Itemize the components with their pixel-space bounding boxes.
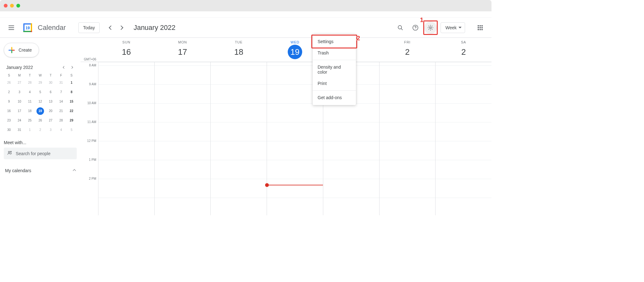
prev-period-button[interactable] (106, 23, 116, 33)
mini-day[interactable]: 3 (47, 126, 54, 134)
mini-day[interactable]: 19 (36, 107, 44, 115)
period-nav (106, 23, 126, 33)
mini-day[interactable]: 3 (16, 88, 23, 96)
chevron-right-icon (119, 25, 123, 30)
settings-button[interactable] (424, 21, 437, 34)
mini-day[interactable]: 29 (68, 117, 75, 124)
day-header[interactable]: SUN16 (98, 39, 154, 62)
day-header-dow: FRI (380, 40, 436, 44)
mini-day[interactable]: 31 (57, 79, 65, 87)
day-column[interactable] (435, 62, 491, 215)
mini-day[interactable]: 26 (36, 117, 44, 124)
help-button[interactable] (409, 21, 422, 34)
chevron-up-icon (73, 169, 76, 172)
mini-day[interactable]: 30 (5, 126, 13, 134)
settings-menu-item[interactable]: Trash (313, 47, 356, 59)
window-zoom-dot[interactable] (16, 4, 20, 8)
day-header[interactable]: SA2 (435, 39, 491, 62)
macos-title-bar (0, 0, 491, 11)
mini-day[interactable]: 20 (47, 107, 54, 115)
mini-day[interactable]: 28 (26, 79, 34, 87)
day-column[interactable] (210, 62, 267, 215)
grid-body[interactable]: 8 AM9 AM10 AM11 AM12 PM1 PM2 PM (80, 62, 491, 215)
day-header-num[interactable]: 19 (288, 45, 302, 59)
mini-day[interactable]: 17 (16, 107, 23, 115)
mini-day[interactable]: 31 (16, 126, 23, 134)
mini-prev-month-button[interactable] (60, 64, 68, 71)
settings-menu-item[interactable]: Print (313, 78, 356, 89)
google-apps-button[interactable] (474, 21, 486, 34)
day-header[interactable]: TUE18 (210, 39, 267, 62)
mini-day[interactable]: 25 (26, 117, 34, 124)
mini-day[interactable]: 5 (68, 126, 75, 134)
today-button[interactable]: Today (78, 22, 99, 33)
day-header[interactable]: FRI2 (379, 39, 436, 62)
create-button[interactable]: Create (4, 43, 39, 57)
day-header[interactable]: MON17 (154, 39, 211, 62)
day-column[interactable] (154, 62, 211, 215)
sidebar: Create January 2022 SMTWTFS2627282930311… (0, 38, 80, 215)
timezone-label: GMT+06 (80, 39, 98, 62)
mini-day[interactable]: 16 (5, 107, 13, 115)
help-icon (412, 24, 419, 31)
day-header-num[interactable]: 18 (231, 45, 246, 59)
mini-day[interactable]: 27 (47, 117, 54, 124)
people-search-input[interactable]: Search for people (4, 148, 77, 159)
mini-day[interactable]: 4 (26, 88, 34, 96)
mini-day[interactable]: 26 (5, 79, 13, 87)
mini-dow: F (56, 74, 66, 77)
mini-day[interactable]: 10 (16, 98, 23, 105)
mini-calendar[interactable]: SMTWTFS262728293031123456789101112131415… (4, 72, 77, 138)
mini-day[interactable]: 7 (57, 88, 65, 96)
mini-day[interactable]: 2 (5, 88, 13, 96)
svg-rect-2 (23, 31, 32, 32)
mini-day[interactable]: 1 (26, 126, 34, 134)
mini-day[interactable]: 5 (36, 88, 44, 96)
day-header-num[interactable]: 2 (400, 45, 414, 59)
mini-next-month-button[interactable] (68, 64, 75, 71)
main-menu-button[interactable] (5, 21, 18, 34)
chevron-left-icon (109, 25, 113, 30)
mini-day[interactable]: 22 (68, 107, 75, 115)
mini-day[interactable]: 12 (36, 98, 44, 105)
view-switcher[interactable]: Week (441, 22, 465, 33)
mini-day[interactable]: 14 (57, 98, 65, 105)
svg-point-11 (8, 151, 10, 153)
mini-day[interactable]: 27 (16, 79, 23, 87)
day-header-dow: MON (155, 40, 211, 44)
settings-menu-item[interactable]: Settings (313, 36, 356, 47)
mini-day[interactable]: 8 (68, 88, 75, 96)
day-column[interactable] (98, 62, 154, 215)
mini-day[interactable]: 24 (16, 117, 23, 124)
next-period-button[interactable] (116, 23, 126, 33)
mini-day[interactable]: 9 (5, 98, 13, 105)
mini-day[interactable]: 2 (36, 126, 44, 134)
mini-day[interactable]: 23 (5, 117, 13, 124)
window-minimize-dot[interactable] (10, 4, 14, 8)
settings-menu-item[interactable]: Get add-ons (313, 92, 356, 103)
window-close-dot[interactable] (4, 4, 8, 8)
mini-day[interactable]: 15 (68, 98, 75, 105)
chevron-left-icon (63, 66, 65, 69)
settings-menu-item[interactable]: Density and color (313, 61, 356, 78)
mini-day[interactable]: 28 (57, 117, 65, 124)
mini-day[interactable]: 11 (26, 98, 34, 105)
caret-down-icon (458, 27, 462, 28)
mini-day[interactable]: 13 (47, 98, 54, 105)
my-calendars-toggle[interactable]: My calendars (4, 167, 77, 174)
mini-day[interactable]: 21 (57, 107, 65, 115)
mini-day[interactable]: 6 (47, 88, 54, 96)
search-button[interactable] (394, 21, 407, 34)
mini-day[interactable]: 4 (57, 126, 65, 134)
people-icon (7, 150, 13, 157)
mini-day[interactable]: 18 (26, 107, 34, 115)
day-header-num[interactable]: 17 (175, 45, 190, 59)
day-header-num[interactable]: 16 (119, 45, 134, 59)
day-header-num[interactable]: 2 (456, 45, 471, 59)
mini-calendar-header: January 2022 (4, 64, 77, 72)
create-button-label: Create (19, 48, 32, 53)
day-column[interactable] (379, 62, 436, 215)
mini-day[interactable]: 30 (47, 79, 54, 87)
mini-day[interactable]: 1 (68, 79, 75, 87)
mini-day[interactable]: 29 (36, 79, 44, 87)
